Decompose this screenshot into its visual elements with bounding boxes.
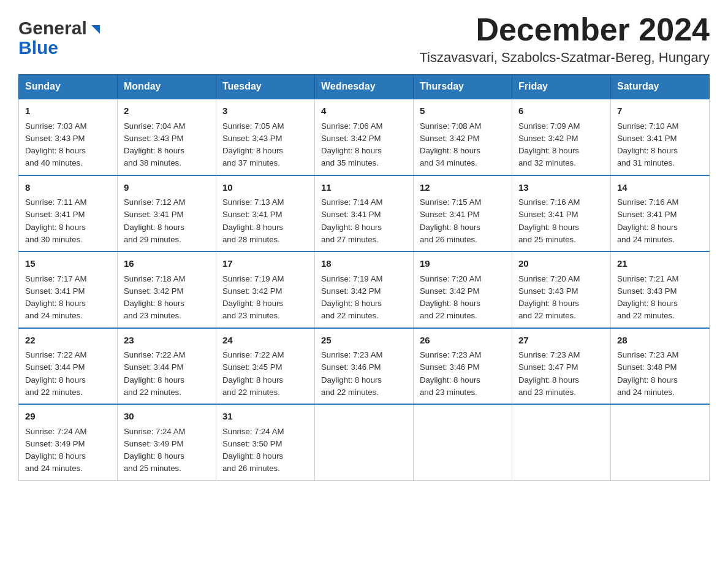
day-info: Sunrise: 7:24 AMSunset: 3:50 PMDaylight:… <box>222 427 284 473</box>
calendar-table: Sunday Monday Tuesday Wednesday Thursday… <box>18 74 710 481</box>
day-number: 28 <box>617 334 703 348</box>
day-number: 19 <box>420 257 506 271</box>
day-number: 23 <box>124 334 210 348</box>
table-row: 22 Sunrise: 7:22 AMSunset: 3:44 PMDaylig… <box>19 328 118 405</box>
day-number: 3 <box>222 104 308 118</box>
day-info: Sunrise: 7:21 AMSunset: 3:43 PMDaylight:… <box>617 274 678 321</box>
calendar-week-row: 29 Sunrise: 7:24 AMSunset: 3:49 PMDaylig… <box>19 404 710 480</box>
col-friday: Friday <box>512 75 611 99</box>
day-info: Sunrise: 7:22 AMSunset: 3:44 PMDaylight:… <box>124 350 185 397</box>
col-saturday: Saturday <box>611 75 710 99</box>
table-row <box>315 404 414 480</box>
day-info: Sunrise: 7:17 AMSunset: 3:41 PMDaylight:… <box>25 274 86 321</box>
day-number: 11 <box>321 181 407 195</box>
table-row <box>611 404 710 480</box>
day-number: 27 <box>518 334 604 348</box>
page-header: General Blue December 2024 Tiszavasvari,… <box>18 12 710 66</box>
day-number: 1 <box>25 104 111 118</box>
day-number: 16 <box>124 257 210 271</box>
table-row: 3 Sunrise: 7:05 AMSunset: 3:43 PMDayligh… <box>216 99 315 175</box>
day-number: 22 <box>25 334 111 348</box>
table-row: 20 Sunrise: 7:20 AMSunset: 3:43 PMDaylig… <box>512 251 611 328</box>
day-info: Sunrise: 7:23 AMSunset: 3:48 PMDaylight:… <box>617 350 678 397</box>
calendar-subtitle: Tiszavasvari, Szabolcs-Szatmar-Bereg, Hu… <box>419 50 710 66</box>
day-info: Sunrise: 7:23 AMSunset: 3:46 PMDaylight:… <box>420 350 481 397</box>
day-info: Sunrise: 7:04 AMSunset: 3:43 PMDaylight:… <box>124 121 185 168</box>
table-row: 25 Sunrise: 7:23 AMSunset: 3:46 PMDaylig… <box>315 328 414 405</box>
day-info: Sunrise: 7:19 AMSunset: 3:42 PMDaylight:… <box>222 274 284 321</box>
table-row: 15 Sunrise: 7:17 AMSunset: 3:41 PMDaylig… <box>19 251 118 328</box>
table-row <box>414 404 512 480</box>
day-number: 10 <box>222 181 308 195</box>
col-tuesday: Tuesday <box>216 75 315 99</box>
table-row: 18 Sunrise: 7:19 AMSunset: 3:42 PMDaylig… <box>315 251 414 328</box>
day-info: Sunrise: 7:24 AMSunset: 3:49 PMDaylight:… <box>25 427 86 473</box>
day-number: 26 <box>420 334 506 348</box>
table-row: 24 Sunrise: 7:22 AMSunset: 3:45 PMDaylig… <box>216 328 315 405</box>
day-info: Sunrise: 7:23 AMSunset: 3:47 PMDaylight:… <box>518 350 580 397</box>
day-number: 6 <box>518 104 604 118</box>
table-row: 19 Sunrise: 7:20 AMSunset: 3:42 PMDaylig… <box>414 251 512 328</box>
day-info: Sunrise: 7:20 AMSunset: 3:42 PMDaylight:… <box>420 274 481 321</box>
day-info: Sunrise: 7:16 AMSunset: 3:41 PMDaylight:… <box>617 197 678 244</box>
day-number: 14 <box>617 181 703 195</box>
title-block: December 2024 Tiszavasvari, Szabolcs-Sza… <box>419 12 710 66</box>
table-row: 8 Sunrise: 7:11 AMSunset: 3:41 PMDayligh… <box>19 175 118 252</box>
day-number: 25 <box>321 334 407 348</box>
table-row: 30 Sunrise: 7:24 AMSunset: 3:49 PMDaylig… <box>118 404 216 480</box>
day-info: Sunrise: 7:11 AMSunset: 3:41 PMDaylight:… <box>25 197 86 244</box>
calendar-week-row: 22 Sunrise: 7:22 AMSunset: 3:44 PMDaylig… <box>19 328 710 405</box>
day-info: Sunrise: 7:23 AMSunset: 3:46 PMDaylight:… <box>321 350 382 397</box>
svg-marker-0 <box>91 25 100 34</box>
table-row: 17 Sunrise: 7:19 AMSunset: 3:42 PMDaylig… <box>216 251 315 328</box>
day-info: Sunrise: 7:24 AMSunset: 3:49 PMDaylight:… <box>124 427 185 473</box>
table-row: 10 Sunrise: 7:13 AMSunset: 3:41 PMDaylig… <box>216 175 315 252</box>
day-number: 13 <box>518 181 604 195</box>
day-info: Sunrise: 7:14 AMSunset: 3:41 PMDaylight:… <box>321 197 382 244</box>
table-row: 29 Sunrise: 7:24 AMSunset: 3:49 PMDaylig… <box>19 404 118 480</box>
day-number: 12 <box>420 181 506 195</box>
calendar-header-row: Sunday Monday Tuesday Wednesday Thursday… <box>19 75 710 99</box>
table-row: 2 Sunrise: 7:04 AMSunset: 3:43 PMDayligh… <box>118 99 216 175</box>
day-number: 31 <box>222 410 308 424</box>
col-wednesday: Wednesday <box>315 75 414 99</box>
table-row: 11 Sunrise: 7:14 AMSunset: 3:41 PMDaylig… <box>315 175 414 252</box>
day-info: Sunrise: 7:05 AMSunset: 3:43 PMDaylight:… <box>222 121 284 168</box>
logo-line1: General <box>18 18 102 38</box>
day-info: Sunrise: 7:03 AMSunset: 3:43 PMDaylight:… <box>25 121 86 168</box>
logo: General Blue <box>18 18 102 57</box>
day-number: 4 <box>321 104 407 118</box>
day-info: Sunrise: 7:12 AMSunset: 3:41 PMDaylight:… <box>124 197 185 244</box>
day-info: Sunrise: 7:18 AMSunset: 3:42 PMDaylight:… <box>124 274 185 321</box>
table-row: 16 Sunrise: 7:18 AMSunset: 3:42 PMDaylig… <box>118 251 216 328</box>
day-info: Sunrise: 7:06 AMSunset: 3:42 PMDaylight:… <box>321 121 382 168</box>
table-row: 4 Sunrise: 7:06 AMSunset: 3:42 PMDayligh… <box>315 99 414 175</box>
calendar-week-row: 8 Sunrise: 7:11 AMSunset: 3:41 PMDayligh… <box>19 175 710 252</box>
col-monday: Monday <box>118 75 216 99</box>
table-row: 7 Sunrise: 7:10 AMSunset: 3:41 PMDayligh… <box>611 99 710 175</box>
day-number: 5 <box>420 104 506 118</box>
day-info: Sunrise: 7:13 AMSunset: 3:41 PMDaylight:… <box>222 197 284 244</box>
table-row: 28 Sunrise: 7:23 AMSunset: 3:48 PMDaylig… <box>611 328 710 405</box>
calendar-title: December 2024 <box>419 12 710 47</box>
calendar-week-row: 15 Sunrise: 7:17 AMSunset: 3:41 PMDaylig… <box>19 251 710 328</box>
table-row: 31 Sunrise: 7:24 AMSunset: 3:50 PMDaylig… <box>216 404 315 480</box>
table-row: 6 Sunrise: 7:09 AMSunset: 3:42 PMDayligh… <box>512 99 611 175</box>
day-number: 18 <box>321 257 407 271</box>
day-number: 29 <box>25 410 111 424</box>
day-info: Sunrise: 7:22 AMSunset: 3:45 PMDaylight:… <box>222 350 284 397</box>
day-number: 21 <box>617 257 703 271</box>
day-info: Sunrise: 7:16 AMSunset: 3:41 PMDaylight:… <box>518 197 580 244</box>
table-row <box>512 404 611 480</box>
day-number: 9 <box>124 181 210 195</box>
table-row: 21 Sunrise: 7:21 AMSunset: 3:43 PMDaylig… <box>611 251 710 328</box>
table-row: 27 Sunrise: 7:23 AMSunset: 3:47 PMDaylig… <box>512 328 611 405</box>
day-number: 7 <box>617 104 703 118</box>
table-row: 9 Sunrise: 7:12 AMSunset: 3:41 PMDayligh… <box>118 175 216 252</box>
day-number: 15 <box>25 257 111 271</box>
table-row: 26 Sunrise: 7:23 AMSunset: 3:46 PMDaylig… <box>414 328 512 405</box>
day-number: 17 <box>222 257 308 271</box>
logo-line2: Blue <box>18 38 102 58</box>
table-row: 13 Sunrise: 7:16 AMSunset: 3:41 PMDaylig… <box>512 175 611 252</box>
day-info: Sunrise: 7:20 AMSunset: 3:43 PMDaylight:… <box>518 274 580 321</box>
